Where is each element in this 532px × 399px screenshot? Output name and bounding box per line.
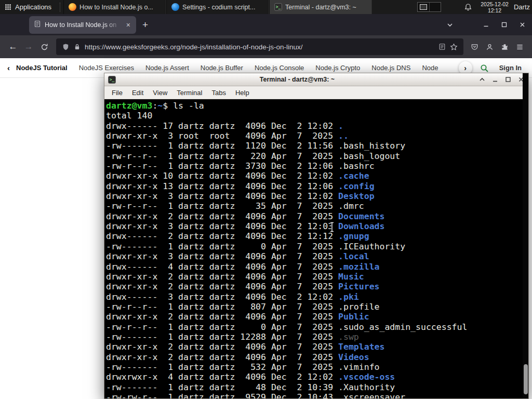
terminal-output[interactable]: dartz@vm3:~$ ls -latotal 140drwx------ 1… — [104, 99, 528, 398]
list-all-tabs-icon[interactable] — [446, 21, 454, 29]
terminal-total-line: total 140 — [106, 111, 521, 121]
back-icon[interactable]: ← — [5, 39, 21, 55]
sign-in-button[interactable]: Sign In — [499, 64, 522, 72]
gfg-nav-item[interactable]: Node — [422, 64, 438, 72]
gfg-nav-item[interactable]: Node.js Buffer — [201, 64, 243, 72]
maximize-icon[interactable] — [504, 76, 512, 83]
ls-row: -rw------- 1 dartz dartz 48 Dec 2 10:39 … — [106, 382, 521, 392]
taskbar-button-label: Terminal - dartz@vm3: ~ — [285, 4, 356, 11]
top-panel: Applications How to Install Node.js o...… — [0, 0, 532, 14]
ls-row: drwxr-xr-x 3 dartz dartz 4096 Apr 7 2025… — [106, 251, 521, 261]
minimize-icon[interactable] — [491, 76, 499, 83]
gfg-nav-item[interactable]: Node.js DNS — [371, 64, 410, 72]
ls-row: -rw-r--r-- 1 dartz dartz 0 Apr 7 2025 .s… — [106, 322, 521, 332]
applications-menu[interactable]: Applications — [0, 0, 57, 14]
ls-row: drwxr-xr-x 2 dartz dartz 4096 Apr 7 2025… — [106, 342, 521, 352]
hamburger-menu-icon[interactable] — [516, 43, 524, 51]
browser-tab-bar: How to Install Node.js on × + — [0, 14, 532, 35]
menu-view[interactable]: View — [148, 88, 172, 98]
bookmark-star-icon[interactable] — [450, 43, 458, 51]
toolbar-extra-icons — [471, 43, 524, 51]
panel-clock[interactable]: 2025-12-02 12:12 — [481, 1, 509, 14]
reader-view-icon[interactable] — [438, 43, 446, 50]
pocket-icon[interactable] — [471, 43, 478, 51]
menu-terminal[interactable]: Terminal — [172, 88, 207, 98]
minimize-icon[interactable] — [483, 21, 489, 28]
taskbar-button-firefox[interactable]: How to Install Node.js o... — [63, 0, 166, 14]
ls-row: -rw------- 1 dartz dartz 1120 Dec 2 11:5… — [106, 141, 521, 151]
terminal-icon: >_ — [108, 76, 116, 84]
browser-window-controls — [483, 21, 526, 28]
workspace-2[interactable] — [429, 3, 441, 11]
ls-row: drwxr-xr-x 3 dartz dartz 4096 Dec 2 12:0… — [106, 221, 521, 231]
menu-file[interactable]: File — [107, 88, 127, 98]
panel-user-label: Dartz — [514, 3, 530, 11]
url-text[interactable]: https://www.geeksforgeeks.org/node-js/in… — [85, 43, 434, 51]
account-icon[interactable] — [486, 43, 494, 51]
ls-row: drwx------ 3 dartz dartz 4096 Dec 2 12:0… — [106, 292, 521, 302]
maximize-icon[interactable] — [501, 21, 508, 28]
scrollbar-thumb[interactable] — [524, 364, 528, 394]
taskbar-button-terminal[interactable]: >_ Terminal - dartz@vm3: ~ — [269, 0, 372, 14]
gfg-nav-item[interactable]: NodeJS Tutorial — [16, 64, 68, 72]
gfg-nav-item[interactable]: Node.js Assert — [145, 64, 189, 72]
clock-time: 12:12 — [488, 7, 501, 14]
terminal-window: >_ Terminal - dartz@vm3: ~ FileEditViewT… — [104, 73, 529, 399]
codium-icon — [171, 3, 179, 11]
ls-row: -rw-r--r-- 1 dartz dartz 35 Apr 7 2025 .… — [106, 201, 521, 211]
workspace-pager[interactable] — [417, 2, 441, 12]
desktop: Applications How to Install Node.js o...… — [0, 0, 532, 399]
ls-row: -rw------- 1 dartz dartz 0 Apr 7 2025 .I… — [106, 242, 521, 251]
ls-row: drwxr-xr-x 2 dartz dartz 4096 Apr 7 2025… — [106, 312, 521, 322]
ls-row: -rw------- 1 dartz dartz 532 Apr 7 2025 … — [106, 362, 521, 372]
lock-icon[interactable] — [74, 43, 81, 50]
ls-row: -rw-rw-r-- 1 dartz dartz 9529 Dec 2 10:4… — [106, 392, 521, 398]
pager-window-thumbnail — [420, 4, 427, 10]
workspace-1[interactable] — [418, 3, 429, 11]
new-tab-button[interactable]: + — [142, 19, 148, 31]
firefox-icon — [69, 3, 76, 11]
terminal-titlebar[interactable]: >_ Terminal - dartz@vm3: ~ — [104, 73, 528, 86]
notification-bell-icon[interactable] — [464, 3, 472, 11]
ls-row: drwxr-xr-x 2 dartz dartz 4096 Apr 7 2025… — [106, 352, 521, 362]
address-bar[interactable]: https://www.geeksforgeeks.org/node-js/in… — [56, 38, 463, 55]
ls-row: drwx------ 17 dartz dartz 4096 Dec 2 12:… — [106, 121, 521, 131]
nav-back-chevron-icon[interactable]: ‹ — [7, 63, 10, 72]
terminal-menubar: FileEditViewTerminalTabsHelp — [104, 86, 528, 99]
ls-row: drwxr-xr-x 10 dartz dartz 4096 Dec 2 12:… — [106, 171, 521, 181]
gfg-nav-item[interactable]: Node.js Console — [255, 64, 304, 72]
terminal-title: Terminal - dartz@vm3: ~ — [119, 76, 475, 83]
tracking-shield-icon[interactable] — [62, 43, 70, 51]
close-icon[interactable] — [519, 21, 526, 28]
browser-toolbar: ← → https://www.geeksforgeeks.org/node-j… — [0, 35, 532, 58]
ls-row: drwx------ 4 dartz dartz 4096 Apr 7 2025… — [106, 262, 521, 272]
gfg-nav-items: NodeJS TutorialNodeJS ExercisesNode.js A… — [16, 64, 457, 72]
menu-help[interactable]: Help — [231, 88, 254, 98]
terminal-icon: >_ — [274, 3, 282, 11]
applications-grid-icon — [5, 4, 11, 10]
tab-title: How to Install Node.js on — [45, 21, 122, 29]
ls-row: drwxr-xr-x 3 root root 4096 Apr 7 2025 .… — [106, 131, 521, 141]
page-icon — [34, 20, 41, 29]
ls-row: -rw-r--r-- 1 dartz dartz 220 Apr 7 2025 … — [106, 151, 521, 161]
terminal-scrollbar[interactable] — [523, 73, 528, 398]
ls-row: -rw-r--r-- 1 dartz dartz 807 Apr 7 2025 … — [106, 302, 521, 312]
tab-close-icon[interactable]: × — [125, 20, 131, 30]
taskbar-button-label: Settings - codium script... — [182, 4, 255, 11]
menu-edit[interactable]: Edit — [127, 88, 148, 98]
search-icon[interactable] — [480, 63, 489, 73]
ls-row: drwxr-xr-x 2 dartz dartz 4096 Apr 7 2025… — [106, 282, 521, 291]
ls-row: drwxr-xr-x 3 dartz dartz 4096 Dec 2 12:0… — [106, 191, 521, 201]
shade-icon[interactable] — [478, 76, 486, 83]
gfg-nav-item[interactable]: NodeJS Exercises — [79, 64, 134, 72]
gfg-nav-item[interactable]: Node.js Crypto — [315, 64, 360, 72]
text-cursor — [329, 222, 335, 234]
taskbar-button-codium[interactable]: Settings - codium script... — [166, 0, 269, 14]
ls-row: drwxrwxr-x 4 dartz dartz 4096 Dec 2 12:0… — [106, 372, 521, 382]
forward-icon[interactable]: → — [21, 39, 36, 55]
menu-tabs[interactable]: Tabs — [207, 88, 230, 98]
reload-icon[interactable] — [36, 39, 52, 55]
extensions-puzzle-icon[interactable] — [501, 43, 509, 51]
browser-tab[interactable]: How to Install Node.js on × — [29, 16, 136, 34]
taskbar-button-label: How to Install Node.js o... — [79, 4, 153, 11]
